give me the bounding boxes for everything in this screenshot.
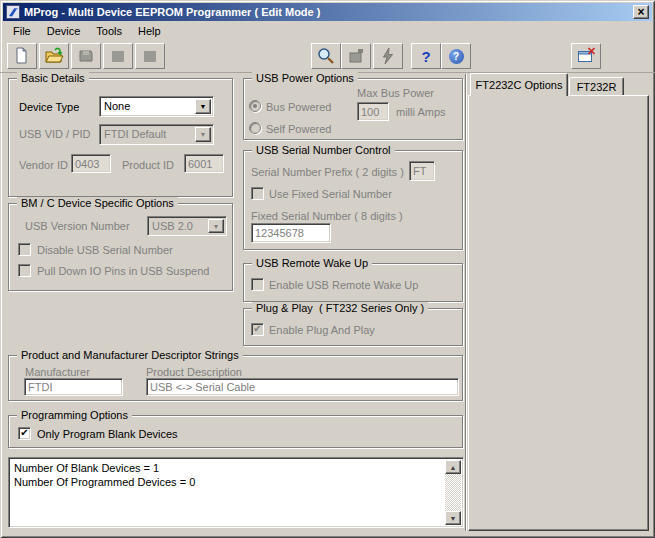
radio-dot (253, 104, 257, 108)
fixed-serial-field[interactable] (251, 223, 331, 243)
use-fixed-serial-label: Use Fixed Serial Number (269, 188, 392, 200)
enable-plug-play-checkbox[interactable]: ✔ (251, 323, 264, 336)
scroll-down-icon[interactable]: ▼ (445, 511, 461, 525)
tab-content-pane (468, 95, 649, 531)
vid-pid-value: FTDI Default (104, 128, 166, 140)
blank-gray-icon (108, 46, 128, 66)
menu-bar: File Device Tools Help (3, 21, 652, 40)
menu-item-file[interactable]: File (5, 23, 39, 39)
serial-prefix-label: Serial Number Prefix ( 2 digits ) (251, 166, 404, 178)
manufacturer-field[interactable] (24, 378, 123, 396)
open-file-button[interactable] (39, 43, 69, 69)
chevron-down-icon[interactable]: ▼ (195, 99, 211, 114)
group-usb-serial: USB Serial Number Control Serial Number … (243, 150, 463, 250)
pulldown-io-checkbox[interactable] (18, 264, 31, 277)
vendor-id-field[interactable] (71, 154, 111, 173)
usb-version-label: USB Version Number (25, 220, 130, 232)
max-bus-power-field[interactable] (357, 102, 389, 121)
vid-pid-label: USB VID / PID (19, 128, 91, 140)
help-icon: ? (421, 48, 430, 65)
blank-gray-icon (140, 46, 160, 66)
device-type-label: Device Type (19, 101, 79, 113)
save-button-disabled[interactable] (71, 43, 101, 69)
toolbar-button-disabled-2[interactable] (135, 43, 165, 69)
new-file-button[interactable] (7, 43, 37, 69)
erase-icon (346, 46, 366, 66)
close-button[interactable]: × (633, 5, 649, 19)
group-plug-play: Plug & Play ( FT232 Series Only ) ✔ Enab… (243, 308, 463, 346)
only-blank-devices-checkbox[interactable]: ✔ (18, 427, 31, 440)
help-button[interactable]: ? (411, 43, 441, 69)
about-icon: ? (449, 49, 464, 64)
tab-label: FT232R (577, 81, 617, 93)
group-title: USB Power Options (252, 72, 358, 84)
enable-plug-play-label: Enable Plug And Play (269, 324, 375, 336)
manufacturer-label: Manufacturer (25, 366, 90, 378)
use-fixed-serial-checkbox[interactable] (251, 187, 264, 200)
toolbar-button-disabled-1[interactable] (103, 43, 133, 69)
app-window: MProg - Multi Device EEPROM Programmer (… (0, 0, 655, 538)
product-id-label: Product ID (122, 159, 174, 171)
vid-pid-combobox[interactable]: FTDI Default ▼ (99, 124, 214, 145)
product-id-field[interactable] (184, 154, 224, 173)
menu-item-device[interactable]: Device (39, 23, 89, 39)
exit-window-icon (576, 46, 596, 66)
menu-item-help[interactable]: Help (130, 23, 169, 39)
disable-serial-label: Disable USB Serial Number (37, 244, 173, 256)
magnifier-icon (316, 46, 336, 66)
lightning-icon (378, 46, 398, 66)
group-descriptors: Product and Manufacturer Descriptor Stri… (8, 355, 463, 401)
status-line: Number Of Blank Devices = 1 (9, 461, 463, 475)
usb-version-combobox[interactable]: USB 2.0 ▼ (147, 216, 227, 236)
max-bus-power-label: Max Bus Power (357, 87, 434, 99)
disable-serial-checkbox[interactable] (18, 243, 31, 256)
group-usb-power: USB Power Options Bus Powered Self Power… (243, 78, 463, 140)
enable-remote-wakeup-checkbox[interactable] (251, 278, 264, 291)
group-title: Programming Options (17, 409, 132, 421)
new-document-icon (12, 46, 32, 66)
device-type-combobox[interactable]: None ▼ (99, 96, 214, 117)
group-title: Basic Details (17, 72, 89, 84)
scan-devices-button[interactable] (311, 43, 341, 69)
title-bar[interactable]: MProg - Multi Device EEPROM Programmer (… (3, 3, 652, 21)
group-programming: Programming Options ✔ Only Program Blank… (8, 415, 463, 448)
status-line: Number Of Programmed Devices = 0 (9, 475, 463, 489)
save-icon (76, 46, 96, 66)
tab-ft2232c-options[interactable]: FT2232C Options (470, 73, 568, 96)
about-button[interactable]: ? (441, 43, 471, 69)
product-description-label: Product Description (146, 366, 242, 378)
milli-amps-label: milli Amps (396, 106, 446, 118)
check-icon: ✔ (20, 428, 28, 438)
window-title: MProg - Multi Device EEPROM Programmer (… (24, 6, 320, 18)
tab-label: FT2232C Options (476, 79, 563, 91)
open-folder-icon (44, 46, 64, 66)
group-title: Plug & Play ( FT232 Series Only ) (252, 302, 428, 314)
scroll-up-icon[interactable]: ▲ (445, 460, 461, 474)
group-basic-details: Basic Details Device Type None ▼ USB VID… (8, 78, 233, 197)
erase-button-disabled[interactable] (341, 43, 371, 69)
program-button-disabled[interactable] (373, 43, 403, 69)
exit-program-mode-button[interactable] (571, 43, 601, 69)
only-blank-devices-label: Only Program Blank Devices (37, 428, 178, 440)
tab-ft232r[interactable]: FT232R (569, 77, 624, 95)
self-powered-radio[interactable] (249, 122, 261, 134)
pulldown-io-label: Pull Down IO Pins in USB Suspend (37, 265, 209, 277)
menu-item-tools[interactable]: Tools (88, 23, 130, 39)
device-type-value: None (104, 100, 130, 112)
vendor-id-label: Vendor ID (19, 159, 68, 171)
group-remote-wakeup: USB Remote Wake Up Enable USB Remote Wak… (243, 263, 463, 302)
bus-powered-label: Bus Powered (266, 101, 331, 113)
status-output[interactable]: Number Of Blank Devices = 1 Number Of Pr… (8, 457, 464, 528)
chevron-down-icon[interactable]: ▼ (195, 127, 211, 142)
status-scrollbar[interactable]: ▲ ▼ (445, 460, 461, 525)
chevron-down-icon[interactable]: ▼ (208, 219, 224, 233)
group-bmc-options: BM / C Device Specific Options USB Versi… (8, 203, 233, 291)
vertical-divider (465, 74, 466, 531)
product-description-field[interactable] (146, 378, 459, 396)
toolbar: ? ? (3, 41, 652, 71)
check-icon: ✔ (253, 324, 261, 334)
self-powered-label: Self Powered (266, 123, 331, 135)
serial-prefix-field[interactable] (409, 161, 435, 181)
fixed-serial-label: Fixed Serial Number ( 8 digits ) (251, 210, 403, 222)
bus-powered-radio[interactable] (249, 100, 261, 112)
